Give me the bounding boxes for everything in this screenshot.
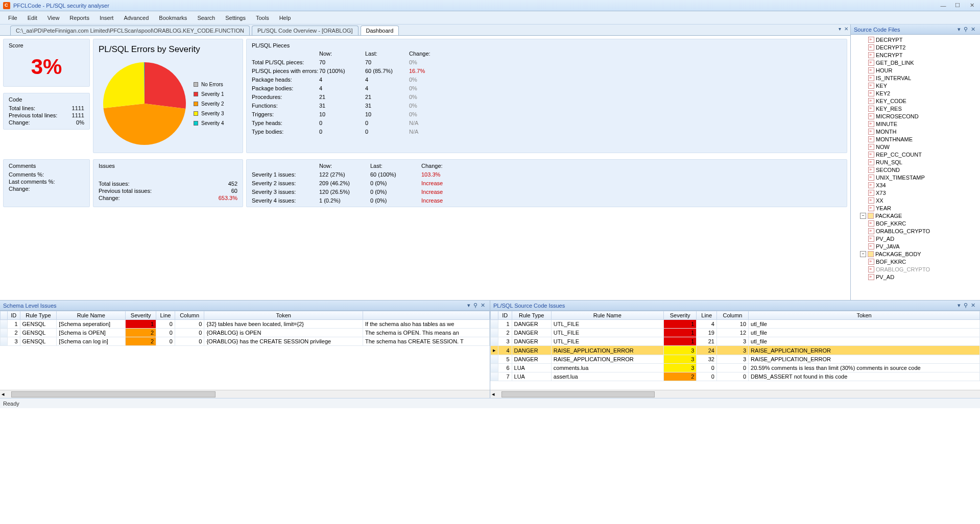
tree-file-item[interactable]: IS_INTERVAL bbox=[852, 74, 979, 82]
table-row[interactable]: 2GENSQL[Schema is OPEN]200{ORABLOG} is O… bbox=[1, 329, 490, 337]
horizontal-scrollbar[interactable]: ◂ bbox=[0, 390, 490, 398]
tree-file-item[interactable]: REP_CC_COUNT bbox=[852, 151, 979, 158]
issues-change-label: Change: bbox=[99, 195, 120, 201]
pieces-cell: 31 bbox=[365, 103, 409, 109]
tree-file-item[interactable]: NOW bbox=[852, 143, 979, 151]
tree-file-item[interactable]: KEY_RES bbox=[852, 105, 979, 112]
tree-file-item[interactable]: MONTHNAME bbox=[852, 135, 979, 143]
tree-file-item[interactable]: ENCRYPT bbox=[852, 51, 979, 59]
tree-file-item[interactable]: X73 bbox=[852, 189, 979, 196]
source-tree[interactable]: DECRYPTDECRYPT2ENCRYPTGET_DB_LINKHOURIS_… bbox=[851, 35, 980, 300]
tree-file-item[interactable]: KEY bbox=[852, 82, 979, 89]
pieces-cell: 31 bbox=[319, 103, 365, 109]
menu-advanced[interactable]: Advanced bbox=[118, 13, 154, 22]
tree-file-item[interactable]: UNIX_TIMESTAMP bbox=[852, 173, 979, 181]
panel-dropdown-icon[interactable]: ▾ bbox=[956, 302, 962, 309]
panel-pin-icon[interactable]: ⚲ bbox=[962, 302, 969, 309]
table-row[interactable]: 3GENSQL[Schema can log in]200{ORABLOG} h… bbox=[1, 337, 490, 346]
issues-title: Issues bbox=[99, 163, 237, 171]
document-tab[interactable]: PL/SQL Code Overview - [ORABLOG] bbox=[252, 26, 358, 35]
tree-file-item[interactable]: XX bbox=[852, 196, 979, 204]
tree-file-item[interactable]: KEY_CODE bbox=[852, 97, 979, 105]
document-tab[interactable]: C:\_aa\PD\PeteFinnigan.com Limited\PFCLS… bbox=[10, 26, 250, 35]
tree-file-item[interactable]: KEY2 bbox=[852, 89, 979, 97]
tree-folder[interactable]: −PACKAGE_BODY bbox=[852, 250, 979, 258]
pieces-cell: 4 bbox=[365, 77, 409, 83]
pieces-cell: 0 bbox=[319, 129, 365, 135]
tree-file-item[interactable]: X34 bbox=[852, 181, 979, 189]
comments-title: Comments bbox=[9, 163, 84, 171]
menu-settings[interactable]: Settings bbox=[220, 13, 251, 22]
tree-file-item[interactable]: MONTH bbox=[852, 128, 979, 135]
severity-cell: Severity 2 issues: bbox=[252, 180, 319, 186]
table-row[interactable]: 2DANGERUTL_FILE11912utl_file bbox=[491, 329, 980, 337]
window-title: PFCLCode - PL/SQL security analyser bbox=[13, 3, 938, 9]
panel-pin-icon[interactable]: ⚲ bbox=[962, 26, 969, 33]
panel-close-icon[interactable]: ✕ bbox=[969, 302, 977, 309]
table-row[interactable]: 1DANGERUTL_FILE1410utl_file bbox=[491, 320, 980, 329]
column-header: Now: bbox=[319, 163, 370, 169]
panel-dropdown-icon[interactable]: ▾ bbox=[956, 26, 962, 33]
tree-file-item[interactable]: DECRYPT bbox=[852, 36, 979, 43]
panel-close-icon[interactable]: ✕ bbox=[479, 302, 487, 309]
horizontal-scrollbar[interactable]: ◂ bbox=[490, 390, 980, 398]
comments-change-label: Change: bbox=[9, 186, 30, 192]
menu-insert[interactable]: Insert bbox=[94, 13, 119, 22]
tree-file-item[interactable]: SECOND bbox=[852, 166, 979, 173]
tree-file-item[interactable]: ORABLOG_CRYPTO bbox=[852, 265, 979, 273]
menu-help[interactable]: Help bbox=[274, 13, 296, 22]
maximize-button[interactable]: ☐ bbox=[952, 2, 963, 9]
menu-tools[interactable]: Tools bbox=[251, 13, 274, 22]
table-row[interactable]: 3DANGERUTL_FILE1213utl_file bbox=[491, 337, 980, 346]
table-row[interactable]: 5DANGERRAISE_APPLICATION_ERROR3323RAISE_… bbox=[491, 355, 980, 364]
chart-title: PL/SQL Errors by Severity bbox=[99, 42, 237, 58]
tree-file-item[interactable]: ORABLOG_CRYPTO bbox=[852, 227, 979, 235]
table-row[interactable]: 1GENSQL[Schema seperation]100{32} tables… bbox=[1, 320, 490, 329]
column-header: Last: bbox=[370, 163, 421, 169]
table-row[interactable]: 6LUAcomments.lua30020.59% comments is le… bbox=[491, 364, 980, 372]
total-issues-label: Total issues: bbox=[99, 181, 130, 187]
menu-bar: FileEditViewReportsInsertAdvancedBookmar… bbox=[0, 11, 980, 24]
menu-file[interactable]: File bbox=[3, 13, 22, 22]
severity-issues-panel: Now:Last:Change:Severity 1 issues:122 (2… bbox=[246, 159, 847, 207]
tree-file-item[interactable]: BOF_KKRC bbox=[852, 258, 979, 265]
menu-bookmarks[interactable]: Bookmarks bbox=[154, 13, 192, 22]
menu-reports[interactable]: Reports bbox=[64, 13, 94, 22]
panel-close-icon[interactable]: ✕ bbox=[969, 26, 977, 33]
pieces-cell: 70 bbox=[319, 59, 365, 65]
panel-pin-icon[interactable]: ⚲ bbox=[472, 302, 479, 309]
tree-file-item[interactable]: DECRYPT2 bbox=[852, 43, 979, 51]
code-issues-grid[interactable]: IDRule TypeRule NameSeverityLineColumnTo… bbox=[490, 311, 980, 381]
tree-file-item[interactable]: RUN_SQL bbox=[852, 158, 979, 166]
menu-edit[interactable]: Edit bbox=[22, 13, 42, 22]
panel-dropdown-icon[interactable]: ▾ bbox=[466, 302, 472, 309]
tree-file-item[interactable]: HOUR bbox=[852, 66, 979, 74]
tree-file-item[interactable]: GET_DB_LINK bbox=[852, 59, 979, 66]
tree-file-item[interactable]: MICROSECOND bbox=[852, 112, 979, 120]
code-change-value: 0% bbox=[76, 119, 84, 126]
pieces-cell: 0 bbox=[365, 129, 409, 135]
tree-folder[interactable]: −PACKAGE bbox=[852, 212, 979, 219]
tree-file-item[interactable]: YEAR bbox=[852, 204, 979, 212]
schema-issues-grid[interactable]: IDRule TypeRule NameSeverityLineColumnTo… bbox=[0, 311, 490, 346]
tree-file-item[interactable]: MINUTE bbox=[852, 120, 979, 128]
pieces-cell: Total PL/SQL pieces: bbox=[252, 59, 319, 65]
severity-cell: 103.3% bbox=[421, 171, 483, 178]
close-button[interactable]: ✕ bbox=[967, 2, 977, 9]
menu-view[interactable]: View bbox=[42, 13, 65, 22]
column-header bbox=[252, 51, 319, 57]
minimize-button[interactable]: — bbox=[938, 2, 948, 9]
document-tab[interactable]: Dashboard bbox=[361, 26, 399, 35]
tree-file-item[interactable]: PV_AD bbox=[852, 235, 979, 242]
tree-file-item[interactable]: PV_JAVA bbox=[852, 242, 979, 250]
tree-file-item[interactable]: BOF_KKRC bbox=[852, 219, 979, 227]
tab-dropdown-icon[interactable]: ▾ bbox=[839, 26, 841, 32]
table-row[interactable]: ▸4DANGERRAISE_APPLICATION_ERROR3243RAISE… bbox=[491, 346, 980, 355]
tab-close-icon[interactable]: ✕ bbox=[844, 26, 848, 32]
pieces-cell: 0% bbox=[409, 77, 450, 83]
tree-file-item[interactable]: PV_AD bbox=[852, 273, 979, 281]
table-row[interactable]: 7LUAassert.lua200DBMS_ASSERT not found i… bbox=[491, 372, 980, 381]
pieces-cell: 10 bbox=[365, 111, 409, 117]
legend-item: No Errors bbox=[194, 80, 224, 89]
menu-search[interactable]: Search bbox=[192, 13, 220, 22]
